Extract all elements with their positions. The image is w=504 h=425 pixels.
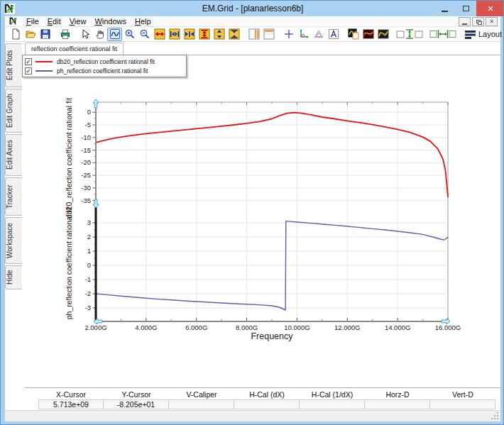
plot-area: 2.000G4.000G6.000G8.000G10.000G12.000G14… [25, 55, 500, 387]
axis-strip-top-button[interactable] [261, 28, 276, 41]
x-tick-label: 12.000G [334, 324, 360, 331]
text-tool-icon [328, 28, 339, 40]
compress-x-button[interactable] [182, 28, 197, 41]
maximize-icon [463, 6, 469, 11]
expand-x-button[interactable] [152, 28, 167, 41]
child-close-button[interactable]: ✕ [486, 17, 498, 26]
print-icon [60, 28, 71, 40]
y-tick-label: -1 [85, 275, 91, 283]
select-cursor-icon [80, 28, 91, 40]
tab-reflection-coefficient[interactable]: reflection coefficient rational fit [25, 43, 124, 55]
open-file-button[interactable] [23, 28, 38, 41]
compress-y-button[interactable] [226, 28, 241, 41]
expand-x-fit-icon [169, 28, 180, 40]
header-horz-d: Horz-D [365, 390, 430, 399]
tab-strip: reflection coefficient rational fit [25, 42, 500, 55]
expand-y-button[interactable] [197, 28, 212, 41]
toolbar: Layout ▼ [5, 27, 500, 42]
pan-hand-icon [94, 28, 106, 40]
crosshair-tool-button[interactable] [281, 28, 296, 41]
zoom-out-icon [139, 28, 150, 40]
text-tool-button[interactable] [326, 28, 341, 41]
minimize-button[interactable] [434, 1, 455, 16]
x-tick-label: 10.000G [284, 324, 309, 331]
plot-style-dark-button[interactable] [361, 28, 376, 41]
expand-x-icon [154, 28, 165, 40]
y-tick-label: -35 [81, 197, 91, 204]
emgrid-window: { "window": { "title": "EM.Grid - [plana… [0, 0, 504, 425]
legend-line-sample-ph [35, 70, 53, 72]
axes-tool-button[interactable] [296, 28, 311, 41]
cursor-readout-panel: X-Cursor Y-Cursor V-Caliper H-Cal (dX) H… [25, 387, 500, 410]
pan-hand-button[interactable] [92, 28, 107, 41]
zoom-out-button[interactable] [137, 28, 152, 41]
menu-windows[interactable]: Windows [90, 16, 131, 27]
y-tick-label: -25 [81, 171, 91, 179]
close-icon: ✕ [487, 4, 493, 13]
legend-item-ph: ✓ ph_reflection coefficient rational fit [25, 66, 186, 75]
cursor-value-row: 5.713e+09 -8.205e+01 [38, 399, 495, 409]
copy-plot-button[interactable] [346, 28, 361, 41]
sidebar-tab-tracker[interactable]: Tracker [5, 177, 22, 216]
save-button[interactable] [38, 28, 53, 41]
delta-triangle-icon [313, 28, 324, 40]
value-x-cursor: 5.713e+09 [38, 399, 104, 409]
expand-x-fit-button[interactable] [167, 28, 182, 41]
axis-handle-db20-top[interactable] [93, 99, 99, 108]
child-close-icon: ✕ [489, 18, 494, 25]
header-vert-d: Vert-D [430, 390, 495, 399]
y-tick-label: -30 [81, 184, 91, 192]
menu-help[interactable]: Help [131, 16, 155, 27]
header-h-cal-1dx: H-Cal (1/dX) [300, 390, 365, 399]
header-h-cal-dx: H-Cal (dX) [234, 390, 300, 399]
plot-style-dark2-icon [378, 28, 389, 40]
y-tick-label: 2 [87, 233, 91, 241]
resize-grip[interactable] [491, 412, 499, 420]
x-tick-label: 8.000G [236, 324, 258, 331]
delta-marker-button[interactable] [311, 28, 326, 41]
header-y-cursor: Y-Cursor [104, 390, 169, 399]
layout-menu-button[interactable]: Layout ▼ [462, 28, 504, 40]
y-tick-label: -2 [85, 289, 91, 297]
value-horz-d [365, 399, 430, 409]
y-tick-label: 1 [87, 247, 91, 255]
zoom-in-button[interactable] [122, 28, 137, 41]
maximize-button[interactable] [455, 1, 476, 16]
new-file-button[interactable] [8, 28, 23, 41]
sidebar-tab-hide[interactable]: Hide [5, 265, 22, 289]
title-bar[interactable]: EM.Grid - [planarlesson6b] ✕ [1, 1, 504, 16]
y-tick-label: -5 [85, 121, 91, 128]
legend-checkbox-db20[interactable]: ✓ [25, 58, 32, 65]
sidebar-tab-edit-plots[interactable]: Edit Plots [5, 43, 22, 87]
child-restore-button[interactable] [472, 17, 484, 26]
axis-strip-top-icon [263, 28, 275, 40]
distribute-vertical-button[interactable] [395, 28, 424, 41]
document-logo-icon [9, 17, 18, 26]
sidebar-tab-edit-graph[interactable]: Edit Graph [5, 89, 22, 133]
legend-checkbox-ph[interactable]: ✓ [25, 67, 32, 74]
value-h-cal-dx [234, 399, 300, 409]
layout-icon [465, 28, 476, 40]
menu-edit[interactable]: Edit [43, 16, 65, 27]
y-tick-label: -15 [81, 146, 91, 154]
axis-strip-right-button[interactable] [246, 28, 261, 41]
crosshair-icon [283, 28, 295, 40]
y-tick-label: 0 [87, 261, 91, 269]
menu-view[interactable]: View [65, 16, 91, 27]
legend-item-db20: ✓ db20_reflection coefficient rational f… [25, 57, 186, 66]
sidebar-tab-edit-axes[interactable]: Edit Axes [5, 134, 22, 176]
y-tick-label: 3 [87, 219, 91, 226]
child-minimize-icon [462, 23, 467, 25]
distribute-vertical-icon [396, 28, 423, 40]
print-button[interactable] [57, 28, 72, 41]
zoom-region-button[interactable] [107, 28, 122, 41]
plot-style-dark2-button[interactable] [376, 28, 390, 41]
x-tick-label: 2.000G [84, 324, 106, 331]
close-button[interactable]: ✕ [476, 1, 504, 16]
menu-file[interactable]: File [22, 16, 43, 27]
child-minimize-button[interactable] [459, 17, 471, 26]
expand-y-fit-button[interactable] [212, 28, 226, 41]
select-cursor-button[interactable] [77, 28, 92, 41]
sidebar-tab-workspace[interactable]: Workspace [5, 217, 22, 264]
distribute-horizontal-button[interactable] [429, 28, 457, 41]
